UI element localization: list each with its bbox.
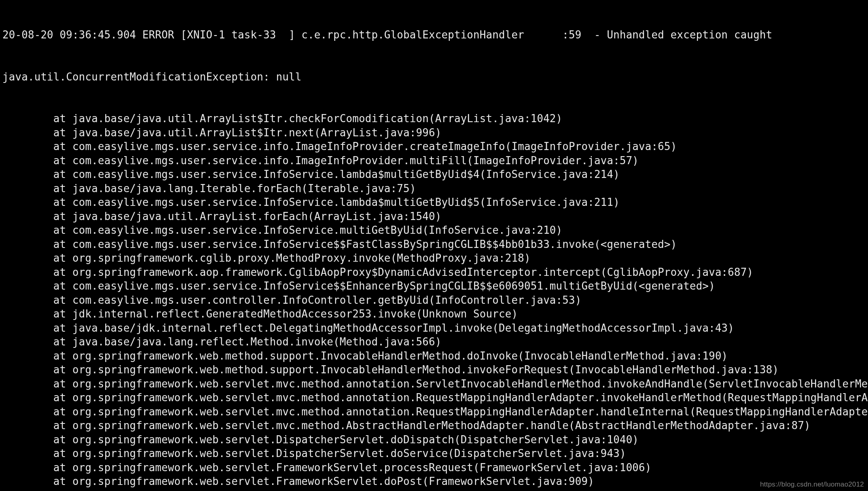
stack-frame: at com.easylive.mgs.user.controller.Info… <box>2 293 866 307</box>
stack-frame: at com.easylive.mgs.user.service.info.Im… <box>2 154 866 168</box>
stack-frame: at org.springframework.web.method.suppor… <box>2 349 866 363</box>
stack-frame: at org.springframework.web.servlet.Dispa… <box>2 447 866 461</box>
stack-frame: at com.easylive.mgs.user.service.InfoSer… <box>2 223 866 237</box>
log-header: 20-08-20 09:36:45.904 ERROR [XNIO-1 task… <box>2 28 866 42</box>
stack-frame: at org.springframework.web.servlet.mvc.m… <box>2 391 866 405</box>
log-console[interactable]: 20-08-20 09:36:45.904 ERROR [XNIO-1 task… <box>0 0 868 491</box>
stack-frame: at javax.servlet.http.HttpServlet.servic… <box>2 489 866 491</box>
stack-frame: at org.springframework.web.servlet.Frame… <box>2 461 866 475</box>
log-exception: java.util.ConcurrentModificationExceptio… <box>2 70 866 84</box>
stack-frame: at java.base/java.lang.Iterable.forEach(… <box>2 182 866 196</box>
stack-frame: at org.springframework.web.servlet.mvc.m… <box>2 377 866 391</box>
stack-frame: at java.base/java.util.ArrayList$Itr.nex… <box>2 126 866 140</box>
stack-frame: at java.base/java.util.ArrayList.forEach… <box>2 210 866 224</box>
stack-frame: at jdk.internal.reflect.GeneratedMethodA… <box>2 307 866 321</box>
stack-frame: at org.springframework.cglib.proxy.Metho… <box>2 251 866 265</box>
stack-frame: at org.springframework.web.servlet.mvc.m… <box>2 419 866 433</box>
watermark-text: https://blog.csdn.net/luomao2012 <box>760 480 864 489</box>
stack-frame: at java.base/java.lang.reflect.Method.in… <box>2 335 866 349</box>
stack-frame: at org.springframework.web.servlet.Frame… <box>2 474 866 489</box>
stack-frame: at org.springframework.aop.framework.Cgl… <box>2 265 866 279</box>
stack-frame: at org.springframework.web.servlet.Dispa… <box>2 433 866 447</box>
stack-frame: at com.easylive.mgs.user.service.InfoSer… <box>2 279 866 293</box>
stack-frame: at org.springframework.web.method.suppor… <box>2 363 866 377</box>
stack-frame: at com.easylive.mgs.user.service.InfoSer… <box>2 237 866 252</box>
stack-frame: at com.easylive.mgs.user.service.InfoSer… <box>2 195 866 210</box>
stack-frame: at org.springframework.web.servlet.mvc.m… <box>2 405 866 419</box>
stack-frame: at com.easylive.mgs.user.service.info.Im… <box>2 140 866 154</box>
stack-frame: at java.base/java.util.ArrayList$Itr.che… <box>2 112 866 126</box>
stack-trace: at java.base/java.util.ArrayList$Itr.che… <box>2 112 866 491</box>
stack-frame: at java.base/jdk.internal.reflect.Delega… <box>2 321 866 335</box>
stack-frame: at com.easylive.mgs.user.service.InfoSer… <box>2 167 866 182</box>
